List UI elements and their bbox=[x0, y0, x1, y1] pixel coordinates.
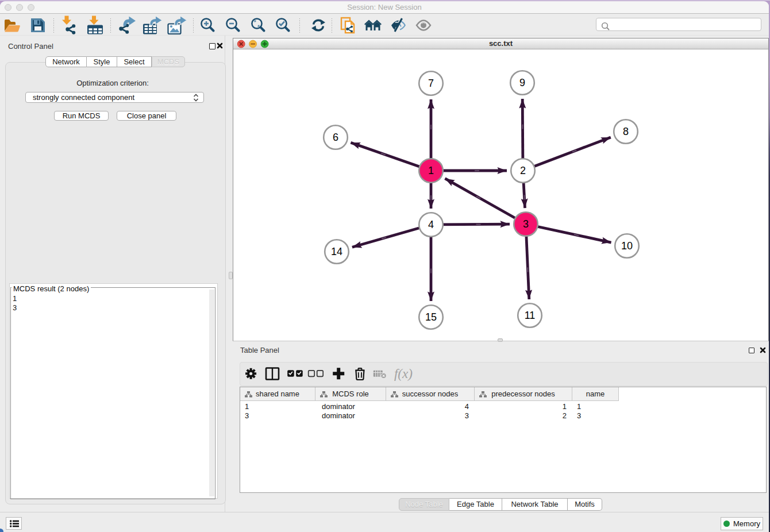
svg-text:14: 14 bbox=[331, 246, 342, 257]
svg-text:1: 1 bbox=[428, 165, 434, 176]
svg-text:8: 8 bbox=[623, 126, 629, 137]
svg-text:2: 2 bbox=[520, 165, 526, 176]
svg-text:11: 11 bbox=[525, 310, 536, 321]
svg-text:3: 3 bbox=[523, 218, 529, 230]
svg-text:10: 10 bbox=[621, 240, 633, 252]
svg-text:15: 15 bbox=[425, 311, 437, 323]
svg-text:6: 6 bbox=[333, 132, 338, 143]
svg-text:9: 9 bbox=[519, 77, 525, 88]
svg-text:4: 4 bbox=[428, 219, 434, 230]
svg-text:f(x): f(x) bbox=[394, 367, 413, 381]
svg-text:7: 7 bbox=[428, 78, 434, 89]
